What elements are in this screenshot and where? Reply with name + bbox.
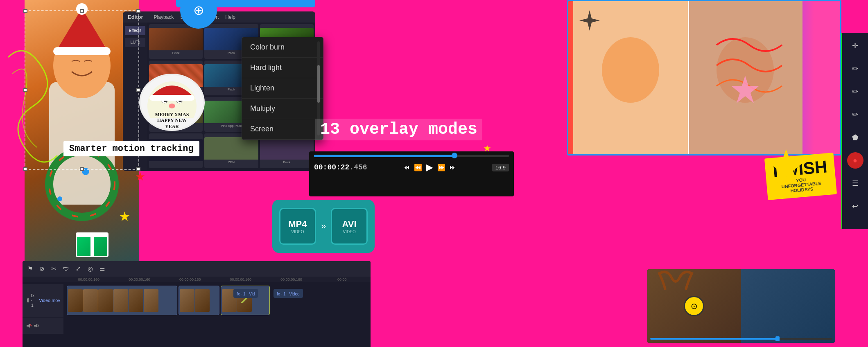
motion-tracking-label: Smarter motion tracking [69, 144, 194, 154]
conversion-arrow: » [321, 221, 326, 232]
time-marker-2: 00:00:00.160 [114, 277, 165, 282]
blend-screen-label: Screen [250, 125, 274, 133]
media-thumb-1[interactable]: Pack [149, 24, 203, 59]
cancel-tool[interactable]: ⊘ [39, 265, 45, 273]
avi-sub: VIDEO [343, 230, 356, 234]
mp4-label: MP4 [288, 219, 307, 230]
overlay-modes-text: 13 overlay modes [315, 119, 482, 140]
timeline-row-2 [23, 318, 371, 334]
wish-main-text: I WISH [772, 158, 828, 180]
track-label-1: fx · 1 Video.mov [23, 284, 63, 317]
video-ratio-badge: 16:9 [492, 164, 509, 171]
thumb-img-extra [260, 137, 314, 160]
wish-card: I WISH YOU UNFORGETTABLE HOLIDAYS [764, 153, 837, 200]
cut-tool[interactable]: ✂ [51, 265, 57, 273]
blend-color-burn-label: Color burn [250, 43, 285, 51]
equalizer-tool[interactable]: ⚌ [99, 265, 105, 273]
sidebar-tab-effects[interactable]: Effects [125, 26, 145, 35]
skip-to-end-button[interactable]: ⏭ [450, 164, 456, 171]
video-control-buttons: ⏮ ⏪ ▶ ⏩ ⏭ [403, 162, 456, 173]
thumb-strip-inner: ⊙ [647, 269, 835, 343]
xmas-sign: MERRY XMASHAPPY NEWYEAR [139, 74, 205, 131]
thumb-progress-thumb[interactable] [775, 336, 780, 341]
motion-tracking-text: Smarter motion tracking [63, 141, 199, 156]
rt-move-button[interactable]: ✛ [847, 38, 863, 54]
svg-point-8 [602, 37, 659, 103]
rt-menu-button[interactable]: ☰ [847, 175, 863, 192]
track-label-2 [23, 318, 63, 334]
fx-filename-2-text: Vid [249, 292, 255, 296]
frame-7 [180, 289, 194, 312]
fx-label-2-text: fx · 1 [237, 292, 246, 296]
woman-right-half [688, 0, 802, 155]
video-time-ms: .456 [349, 163, 367, 171]
blend-item-lighten[interactable]: Lighten [242, 78, 323, 99]
video-controls: 00:00:22.456 ⏮ ⏪ ▶ ⏩ ⏭ 16:9 [314, 162, 509, 173]
blend-item-hard-light[interactable]: Hard light [242, 58, 323, 78]
rt-brush-button[interactable]: ✏ [847, 106, 863, 123]
thumb-img-zen [204, 137, 258, 160]
blend-item-screen[interactable]: Screen [242, 119, 323, 140]
rewind-button[interactable]: ⏪ [414, 164, 422, 171]
blue-dot-2 [57, 196, 62, 201]
split-divider [688, 0, 689, 155]
crop-tool[interactable]: ⤢ [76, 265, 81, 273]
svg-point-16 [169, 104, 175, 108]
play-button[interactable]: ▶ [426, 162, 433, 173]
rt-eraser-button[interactable]: ✏ [847, 83, 863, 100]
svg-rect-3 [53, 47, 111, 55]
fx-filename-3-text: Video [289, 292, 299, 296]
video-player: 00:00:22.456 ⏮ ⏪ ▶ ⏩ ⏭ 16:9 [309, 151, 514, 196]
thumb-strip-photo-2 [741, 269, 835, 343]
flag-tool[interactable]: ⚑ [27, 265, 33, 273]
video-time-display: 00:00:22.456 [314, 163, 367, 171]
blend-item-multiply[interactable]: Multiply [242, 99, 323, 119]
menu-playback[interactable]: Playback [154, 14, 174, 20]
timeline-panel: ⚑ ⊘ ✂ 🛡 ⤢ ◎ ⚌ 00:00:00.160 00:00:00.160 … [23, 261, 371, 347]
blend-modes-dropdown: Color burn Hard light Lighten Multiply S… [242, 37, 323, 140]
clip-2[interactable] [179, 286, 219, 315]
blue-dot-1 [82, 168, 89, 175]
fx-label-3-text: fx · 1 [277, 292, 286, 296]
conversion-box: MP4 VIDEO » AVI VIDEO [272, 200, 375, 253]
track-clips-1 [63, 284, 371, 317]
thumb-progress-bg [650, 338, 832, 340]
thumb-label-zen: ZEN [226, 160, 236, 165]
skip-to-start-button[interactable]: ⏮ [403, 164, 410, 171]
shield-tool[interactable]: 🛡 [63, 266, 69, 273]
rt-undo-button[interactable]: ↩ [847, 198, 863, 214]
video-progress-bar[interactable] [314, 155, 509, 157]
blend-item-color-burn[interactable]: Color burn [242, 37, 323, 58]
avi-badge: AVI VIDEO [331, 208, 368, 245]
video-progress-fill [314, 155, 454, 157]
mp4-badge: MP4 VIDEO [279, 208, 316, 245]
clip-frames-1 [67, 288, 159, 313]
track-clips-2 [63, 318, 371, 334]
sidebar-effects-label: Effects [129, 28, 141, 33]
rt-record-button[interactable]: ● [847, 152, 863, 169]
clip-1[interactable] [67, 286, 177, 315]
rt-pen-button[interactable]: ✏ [847, 61, 863, 77]
thumbnail-strip: ⊙ [647, 269, 835, 343]
overlay-modes-label: 13 overlay modes [320, 120, 477, 139]
frame-6 [144, 289, 158, 312]
rt-shape-button[interactable]: ⬟ [847, 129, 863, 146]
present-ribbon-v [90, 234, 94, 256]
target-tool[interactable]: ◎ [88, 265, 93, 273]
blend-scrollbar-thumb[interactable] [317, 65, 320, 103]
timeline-tracks: fx · 1 Video.mov [23, 282, 371, 336]
svg-rect-18 [27, 298, 29, 302]
svg-line-19 [30, 324, 32, 326]
frame-8 [195, 289, 210, 312]
sidebar-luts-label: LUTs [131, 40, 140, 45]
thumb-progress-fill [650, 338, 778, 340]
speaker-icon [33, 323, 39, 329]
clip-frames-2 [179, 288, 210, 313]
sidebar-tab-luts[interactable]: LUTs [125, 38, 145, 47]
video-progress-thumb[interactable] [452, 153, 457, 158]
thumb-strip-icon: ⊙ [684, 296, 704, 316]
time-marker-6: 00:00 [316, 277, 367, 282]
menu-help[interactable]: Help [225, 14, 235, 20]
fx-label-2: fx · 1 Vid [233, 289, 258, 298]
fast-forward-button[interactable]: ⏩ [437, 164, 445, 171]
